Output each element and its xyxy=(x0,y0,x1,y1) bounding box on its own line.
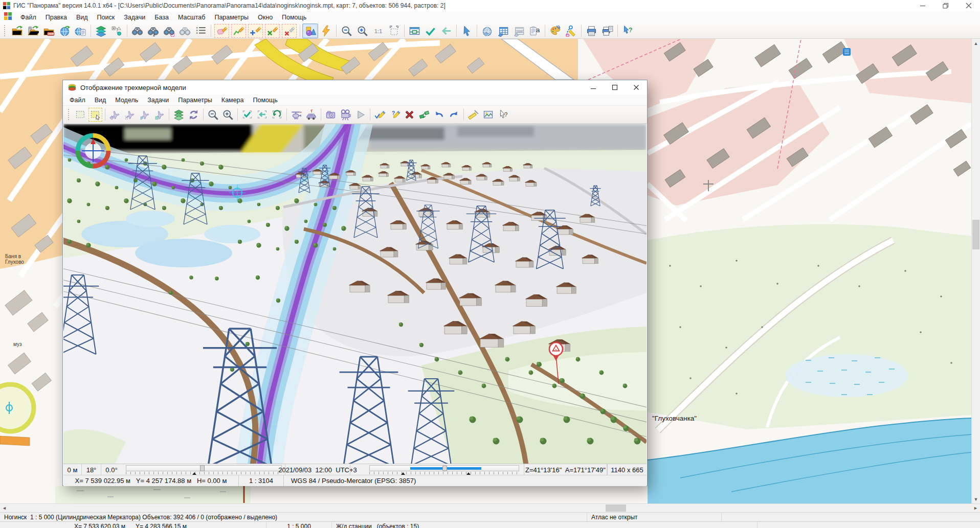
help-cursor-button[interactable]: ? xyxy=(620,24,636,38)
select-frame-button[interactable] xyxy=(73,107,88,122)
surface-image-button[interactable] xyxy=(481,107,496,122)
geoportal-list-button[interactable] xyxy=(479,24,495,38)
flight-route-button[interactable] xyxy=(122,107,137,122)
horizontal-scrollbar[interactable]: ◄ ► xyxy=(0,503,980,512)
view-3d-button[interactable] xyxy=(302,24,318,38)
menu-item-view[interactable]: Вид xyxy=(72,13,93,22)
open-database-button[interactable]: DBM xyxy=(41,24,57,38)
map-layers-button[interactable] xyxy=(93,24,109,38)
search-cancel-button[interactable] xyxy=(177,24,193,38)
menu-item-search[interactable]: Поиск xyxy=(93,13,120,22)
edit-move-button[interactable] xyxy=(417,107,432,122)
playback-button[interactable] xyxy=(353,107,368,122)
speed-slider-thumb[interactable] xyxy=(200,465,205,471)
menu-item-file[interactable]: Файл xyxy=(65,96,90,105)
frame-apply-button[interactable] xyxy=(240,107,255,122)
search-continue-button[interactable]: 2 xyxy=(145,24,161,38)
vertical-scrollbar-thumb[interactable] xyxy=(972,220,979,249)
map-window-button[interactable] xyxy=(407,24,422,38)
menu-item-camera[interactable]: Камера xyxy=(217,96,249,105)
open-project-button[interactable] xyxy=(73,24,88,38)
menu-item-scale[interactable]: Масштаб xyxy=(173,13,210,22)
menu-item-help[interactable]: Помощь xyxy=(249,96,282,105)
task-apply-button[interactable] xyxy=(422,24,438,38)
map-design-button[interactable] xyxy=(547,24,563,38)
viewer3d-minimize-button[interactable] xyxy=(583,80,604,95)
menu-item-file[interactable]: Файл xyxy=(16,13,41,22)
car-button[interactable] xyxy=(304,107,319,122)
flight-start-button[interactable] xyxy=(137,107,152,122)
time-slider-thumb[interactable] xyxy=(442,465,447,471)
select-tool-button[interactable] xyxy=(459,24,475,38)
flight-stop-button[interactable] xyxy=(152,107,167,122)
edit-query-button[interactable]: ? xyxy=(387,107,402,122)
menu-item-window[interactable]: Окно xyxy=(253,13,277,22)
edit-check-button[interactable] xyxy=(372,107,387,122)
help3d-button[interactable]: ? xyxy=(496,107,510,122)
select-frame-active-button[interactable] xyxy=(88,107,103,122)
highlight-area-button[interactable] xyxy=(214,24,230,38)
frame-rotate-button[interactable] xyxy=(270,107,284,122)
search-area-button[interactable] xyxy=(161,24,177,38)
edit-delete-button[interactable] xyxy=(402,107,417,122)
frame-back-button[interactable] xyxy=(255,107,270,122)
zoom3d-out-button[interactable] xyxy=(206,107,220,122)
highlight-clear-button[interactable] xyxy=(281,24,297,38)
menu-item-view[interactable]: Вид xyxy=(90,96,111,105)
model-refresh-button[interactable] xyxy=(186,107,201,122)
scroll-left-icon[interactable]: ◄ xyxy=(0,504,9,512)
speed-slider[interactable] xyxy=(126,465,282,471)
table-dbm-button[interactable]: DBM xyxy=(511,24,527,38)
undo-button[interactable] xyxy=(432,107,447,122)
time-slider[interactable] xyxy=(369,465,519,471)
semantics-button[interactable]: a xyxy=(527,24,543,38)
minimize-button[interactable] xyxy=(911,0,934,11)
open-map-button[interactable] xyxy=(9,24,25,38)
measure-button[interactable] xyxy=(563,24,579,38)
helicopter-button[interactable] xyxy=(289,107,304,122)
close-button[interactable] xyxy=(957,0,980,11)
viewer3d-maximize-button[interactable] xyxy=(604,80,626,95)
task-back-button[interactable] xyxy=(438,24,454,38)
open-geoportal-button[interactable] xyxy=(57,24,73,38)
print-report-button[interactable] xyxy=(599,24,615,38)
vertical-scrollbar[interactable]: ▲ ▼ xyxy=(971,39,980,503)
quick-view-button[interactable] xyxy=(318,24,334,38)
open-server-button[interactable] xyxy=(25,24,41,38)
redo-button[interactable] xyxy=(447,107,461,122)
highlight-line-button[interactable] xyxy=(231,24,247,38)
scroll-down-icon[interactable]: ▼ xyxy=(972,495,980,503)
horizontal-scrollbar-thumb[interactable] xyxy=(606,504,626,512)
menu-item-database[interactable]: База xyxy=(150,13,173,22)
model-layers-button[interactable] xyxy=(171,107,186,122)
menu-item-tasks[interactable]: Задачи xyxy=(143,96,173,105)
legend-button[interactable] xyxy=(109,24,125,38)
zoom-in-button[interactable] xyxy=(354,24,370,38)
scroll-up-icon[interactable]: ▲ xyxy=(972,39,980,48)
restore-button[interactable] xyxy=(934,0,957,11)
zoom-1-1-button[interactable]: 1:1 xyxy=(370,24,386,38)
viewer3d-close-button[interactable] xyxy=(626,80,647,95)
table-open-button[interactable] xyxy=(495,24,511,38)
object-list-button[interactable] xyxy=(193,24,209,38)
scroll-right-icon[interactable]: ► xyxy=(971,504,980,512)
record-video-button[interactable] xyxy=(338,107,353,122)
menu-item-edit[interactable]: Правка xyxy=(41,13,72,22)
snapshot-button[interactable] xyxy=(323,107,338,122)
print-button[interactable] xyxy=(584,24,599,38)
scene-3d-viewport[interactable] xyxy=(63,124,647,464)
search-button[interactable] xyxy=(129,24,145,38)
menu-item-help[interactable]: Помощь xyxy=(277,13,311,22)
flight-settings-button[interactable] xyxy=(107,107,122,122)
zoom-frame-button[interactable] xyxy=(386,24,402,38)
zoom3d-in-button[interactable] xyxy=(220,107,235,122)
zoom-out-button[interactable] xyxy=(339,24,354,38)
menu-item-tasks[interactable]: Задачи xyxy=(119,13,150,22)
viewer3d-titlebar[interactable]: Отображение трехмерной модели xyxy=(63,80,647,95)
measure3d-button[interactable] xyxy=(466,107,481,122)
highlight-add-button[interactable] xyxy=(248,24,263,38)
highlight-apply-button[interactable] xyxy=(264,24,280,38)
menu-item-options[interactable]: Параметры xyxy=(173,96,217,105)
menu-item-model[interactable]: Модель xyxy=(110,96,143,105)
menu-item-options[interactable]: Параметры xyxy=(210,13,253,22)
